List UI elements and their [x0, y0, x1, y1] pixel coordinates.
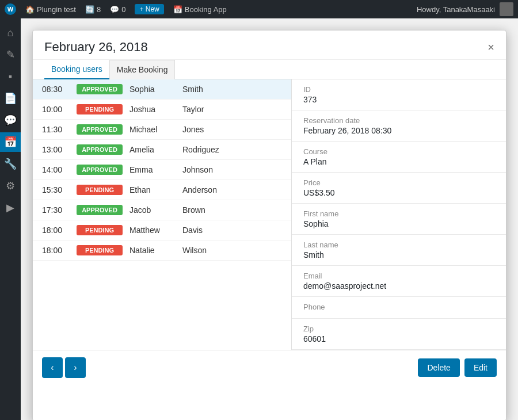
- booking-last-name: Rodriguez: [182, 145, 219, 154]
- tab-make-booking[interactable]: Make Booking: [109, 60, 176, 79]
- sidebar-icon-posts[interactable]: ✎: [0, 45, 21, 64]
- detail-email-label: Email: [303, 272, 494, 280]
- detail-zip-row: Zip 60601: [292, 319, 506, 350]
- detail-zip-value: 60601: [303, 334, 494, 343]
- detail-firstname-label: First name: [303, 209, 494, 218]
- next-button[interactable]: ›: [65, 357, 86, 378]
- tabs-bar: Booking users Make Booking: [33, 60, 506, 79]
- table-row[interactable]: 11:30 APPROVED Michael Jones: [33, 120, 291, 140]
- admin-bar: W 🏠 Plungin test 🔄 8 💬 0 + New 📅 Booking…: [0, 0, 518, 18]
- status-badge: APPROVED: [77, 144, 123, 155]
- booking-last-name: Smith: [182, 85, 203, 94]
- table-row[interactable]: 14:00 APPROVED Emma Johnson: [33, 160, 291, 180]
- action-buttons: Delete Edit: [418, 358, 497, 377]
- booking-first-name: Joshua: [130, 105, 176, 114]
- detail-lastname-row: Last name Smith: [292, 235, 506, 266]
- sidebar: ⌂ ✎ ▪ 📄 💬 📅 🔧 ⚙ ▶: [0, 18, 21, 420]
- booking-last-name: Jones: [182, 125, 204, 134]
- table-row[interactable]: 13:00 APPROVED Amelia Rodriguez: [33, 140, 291, 160]
- table-row[interactable]: 18:00 PENDING Natalie Wilson: [33, 240, 291, 261]
- booking-last-name: Davis: [182, 226, 203, 235]
- table-row[interactable]: 18:00 PENDING Matthew Davis: [33, 220, 291, 240]
- booking-time: 18:00: [42, 226, 70, 235]
- detail-price-row: Price US$3.50: [292, 173, 506, 204]
- booking-first-name: Jacob: [130, 205, 176, 215]
- booking-last-name: Wilson: [182, 246, 207, 255]
- table-row[interactable]: 15:30 PENDING Ethan Anderson: [33, 180, 291, 200]
- detail-firstname-row: First name Sophia: [292, 204, 506, 235]
- sidebar-icon-tools[interactable]: 🔧: [0, 154, 21, 174]
- sidebar-icon-calendar[interactable]: 📅: [0, 132, 21, 152]
- booking-last-name: Johnson: [182, 165, 213, 174]
- status-badge: PENDING: [77, 225, 123, 235]
- booking-time: 11:30: [42, 125, 70, 134]
- app-name: Booking App: [185, 5, 227, 14]
- table-row[interactable]: 10:00 PENDING Joshua Taylor: [33, 100, 291, 120]
- booking-time: 15:30: [42, 185, 70, 194]
- modal-header: February 26, 2018 ×: [33, 30, 506, 60]
- table-row[interactable]: 17:30 APPROVED Jacob Brown: [33, 200, 291, 220]
- status-badge: APPROVED: [77, 165, 123, 175]
- site-name: Plungin test: [37, 5, 76, 14]
- booking-time: 10:00: [42, 105, 70, 114]
- detail-id-value: 373: [303, 95, 494, 104]
- booking-time: 08:30: [42, 85, 70, 94]
- updates-btn[interactable]: 🔄 8: [85, 5, 101, 14]
- site-name-btn[interactable]: 🏠 Plungin test: [25, 5, 76, 14]
- new-button[interactable]: + New: [135, 4, 163, 14]
- sidebar-icon-settings[interactable]: ⚙: [0, 176, 21, 196]
- booking-first-name: Natalie: [130, 246, 176, 255]
- update-count: 8: [97, 5, 101, 14]
- detail-email-value: demo@saasproject.net: [303, 281, 494, 291]
- calendar-icon: 📅: [173, 5, 182, 14]
- sidebar-icon-play[interactable]: ▶: [0, 198, 21, 217]
- detail-zip-label: Zip: [303, 324, 494, 333]
- table-row[interactable]: 08:30 APPROVED Sophia Smith: [33, 79, 291, 100]
- detail-phone-row: Phone: [292, 297, 506, 319]
- home-icon: 🏠: [25, 5, 35, 14]
- app-name-btn[interactable]: 📅 Booking App: [173, 5, 227, 14]
- detail-price-label: Price: [303, 178, 494, 187]
- booking-first-name: Emma: [130, 165, 176, 174]
- detail-course-row: Course A Plan: [292, 142, 506, 173]
- booking-first-name: Amelia: [130, 145, 176, 154]
- nav-buttons: ‹ ›: [42, 357, 86, 378]
- prev-button[interactable]: ‹: [42, 357, 63, 378]
- tab-booking-users[interactable]: Booking users: [44, 60, 109, 79]
- status-badge: APPROVED: [77, 84, 123, 94]
- edit-button[interactable]: Edit: [464, 358, 497, 377]
- booking-list: 08:30 APPROVED Sophia Smith 10:00 PENDIN…: [33, 79, 292, 350]
- comment-icon: 💬: [110, 5, 119, 14]
- detail-firstname-value: Sophia: [303, 219, 494, 228]
- detail-reservation-row: Reservation date February 26, 2018 08:30: [292, 110, 506, 142]
- close-button[interactable]: ×: [487, 41, 494, 53]
- booking-first-name: Matthew: [130, 226, 176, 235]
- booking-first-name: Ethan: [130, 185, 176, 194]
- booking-first-name: Michael: [130, 125, 176, 134]
- booking-time: 17:30: [42, 205, 70, 215]
- detail-reservation-label: Reservation date: [303, 116, 494, 125]
- main-content: February 26, 2018 × Booking users Make B…: [21, 18, 518, 420]
- sidebar-icon-pages[interactable]: 📄: [0, 89, 21, 108]
- comments-btn[interactable]: 💬 0: [110, 5, 125, 14]
- detail-course-label: Course: [303, 147, 494, 156]
- wp-logo-icon: W: [5, 3, 16, 15]
- status-badge: PENDING: [77, 104, 123, 114]
- updates-icon: 🔄: [85, 5, 94, 14]
- booking-last-name: Brown: [182, 205, 205, 215]
- detail-course-value: A Plan: [303, 157, 494, 166]
- booking-modal: February 26, 2018 × Booking users Make B…: [32, 30, 506, 420]
- sidebar-icon-comments[interactable]: 💬: [0, 110, 21, 130]
- booking-first-name: Sophia: [130, 85, 176, 94]
- detail-reservation-value: February 26, 2018 08:30: [303, 126, 494, 135]
- detail-id-row: ID 373: [292, 79, 506, 110]
- sidebar-icon-dashboard[interactable]: ⌂: [0, 23, 21, 43]
- detail-lastname-label: Last name: [303, 240, 494, 249]
- delete-button[interactable]: Delete: [418, 358, 459, 377]
- modal-title: February 26, 2018: [44, 40, 148, 55]
- wp-logo-btn[interactable]: W: [5, 3, 16, 15]
- sidebar-icon-media[interactable]: ▪: [0, 67, 21, 86]
- detail-email-row: Email demo@saasproject.net: [292, 266, 506, 297]
- booking-time: 14:00: [42, 165, 70, 174]
- detail-panel: ID 373 Reservation date February 26, 201…: [292, 79, 506, 350]
